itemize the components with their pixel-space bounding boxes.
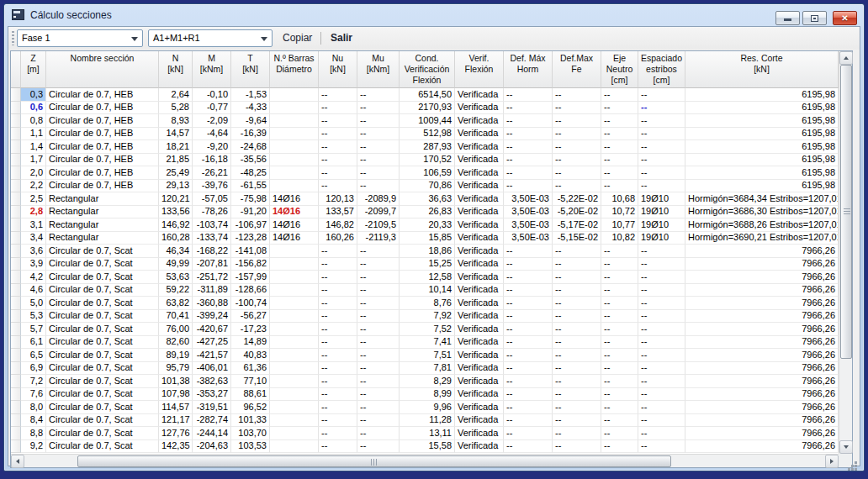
- cell-esp[interactable]: 19Ø10: [638, 192, 685, 206]
- cell-nombre[interactable]: Circular de 0.7, Scat: [46, 284, 159, 297]
- cell-z[interactable]: 5,7: [21, 323, 46, 336]
- cell-m[interactable]: -0,77: [193, 102, 231, 115]
- cell-t[interactable]: 61,36: [231, 362, 270, 376]
- cell-defHorm[interactable]: --: [504, 114, 553, 128]
- cell-nombre[interactable]: Circular de 0.7, HEB: [46, 180, 159, 193]
- cell-res[interactable]: 6195,98: [685, 88, 839, 102]
- cell-esp[interactable]: --: [638, 323, 685, 336]
- cell-defHorm[interactable]: --: [504, 349, 553, 362]
- cell-t[interactable]: 88,61: [231, 388, 270, 402]
- cell-defFe[interactable]: --: [553, 336, 601, 350]
- cell-cond[interactable]: 6514,50: [400, 88, 455, 102]
- cell-defHorm[interactable]: --: [504, 375, 553, 388]
- cell-defFe[interactable]: --: [553, 375, 601, 388]
- cell-verif[interactable]: Verificada: [455, 349, 504, 362]
- cell-n[interactable]: 49,99: [159, 258, 193, 271]
- cell-esp[interactable]: --: [638, 401, 685, 414]
- cell-defFe[interactable]: --: [553, 427, 601, 440]
- cell-m[interactable]: -207,81: [193, 258, 231, 271]
- cell-m[interactable]: -421,57: [193, 349, 231, 362]
- cell-res[interactable]: 7966,26: [685, 375, 839, 388]
- row-selector[interactable]: [11, 192, 21, 206]
- cell-mu[interactable]: --: [357, 140, 400, 154]
- cell-mu[interactable]: -2089,9: [357, 192, 400, 206]
- cell-res[interactable]: 7966,26: [685, 271, 839, 284]
- cell-defFe[interactable]: --: [553, 166, 601, 180]
- cell-n[interactable]: 53,63: [159, 271, 193, 284]
- cell-n[interactable]: 120,21: [159, 192, 193, 206]
- cell-m[interactable]: -16,18: [193, 154, 231, 167]
- cell-esp[interactable]: --: [638, 114, 685, 128]
- scroll-down-button[interactable]: [839, 440, 853, 454]
- cell-nombre[interactable]: Circular de 0.7, HEB: [46, 140, 159, 154]
- cell-n[interactable]: 29,13: [159, 180, 193, 193]
- cell-n[interactable]: 25,49: [159, 166, 193, 180]
- cell-m[interactable]: -204,63: [193, 440, 231, 454]
- cell-z[interactable]: 6,1: [21, 336, 46, 350]
- cell-barras[interactable]: [270, 349, 319, 362]
- cell-z[interactable]: 2,2: [21, 180, 46, 193]
- cell-verif[interactable]: Verificada: [455, 166, 504, 180]
- cell-z[interactable]: 8,0: [21, 401, 46, 414]
- cell-nu[interactable]: 120,13: [319, 192, 357, 206]
- cell-defHorm[interactable]: --: [504, 323, 553, 336]
- cell-mu[interactable]: --: [357, 414, 400, 428]
- cell-esp[interactable]: --: [638, 349, 685, 362]
- cell-cond[interactable]: 170,52: [400, 154, 455, 167]
- cell-res[interactable]: 6195,98: [685, 102, 839, 115]
- cell-m[interactable]: -399,24: [193, 310, 231, 324]
- cell-mu[interactable]: --: [357, 271, 400, 284]
- cell-verif[interactable]: Verificada: [455, 245, 504, 258]
- maximize-button[interactable]: [802, 11, 827, 25]
- cell-esp[interactable]: --: [638, 427, 685, 440]
- cell-verif[interactable]: Verificada: [455, 388, 504, 402]
- cell-z[interactable]: 0,6: [21, 102, 46, 115]
- cell-t[interactable]: -17,23: [231, 323, 270, 336]
- cell-verif[interactable]: Verificada: [455, 362, 504, 376]
- cell-verif[interactable]: Verificada: [455, 401, 504, 414]
- column-header-z[interactable]: Z[m]: [21, 51, 46, 88]
- cell-t[interactable]: -128,66: [231, 284, 270, 297]
- cell-defHorm[interactable]: --: [504, 258, 553, 271]
- cell-defHorm[interactable]: 3,50E-03: [504, 218, 553, 232]
- cell-eje[interactable]: --: [601, 102, 638, 115]
- cell-nu[interactable]: --: [319, 154, 357, 167]
- cell-nombre[interactable]: Circular de 0.7, HEB: [46, 166, 159, 180]
- cell-defFe[interactable]: --: [553, 297, 601, 310]
- cell-nombre[interactable]: Circular de 0.7, HEB: [46, 102, 159, 115]
- cell-verif[interactable]: Verificada: [455, 218, 504, 232]
- cell-eje[interactable]: --: [601, 414, 638, 428]
- cell-verif[interactable]: Verificada: [455, 140, 504, 154]
- row-selector[interactable]: [11, 323, 21, 336]
- cell-n[interactable]: 76,00: [159, 323, 193, 336]
- cell-mu[interactable]: --: [357, 362, 400, 376]
- cell-res[interactable]: 7966,26: [685, 349, 839, 362]
- row-selector[interactable]: [11, 258, 21, 271]
- cell-cond[interactable]: 8,99: [400, 388, 455, 402]
- cell-cond[interactable]: 512,98: [400, 128, 455, 141]
- row-selector[interactable]: [11, 297, 21, 310]
- cell-defHorm[interactable]: --: [504, 140, 553, 154]
- cell-cond[interactable]: 7,81: [400, 362, 455, 376]
- cell-nu[interactable]: --: [319, 349, 357, 362]
- cell-m[interactable]: -282,74: [193, 414, 231, 428]
- cell-t[interactable]: 40,83: [231, 349, 270, 362]
- cell-res[interactable]: Hormigón=3690,21 Estribos=1207,01: [685, 232, 839, 245]
- cell-n[interactable]: 121,17: [159, 414, 193, 428]
- cell-n[interactable]: 5,28: [159, 102, 193, 115]
- cell-defFe[interactable]: --: [553, 88, 601, 102]
- cell-defFe[interactable]: -5,15E-02: [553, 232, 601, 245]
- cell-nu[interactable]: --: [319, 297, 357, 310]
- cell-eje[interactable]: --: [601, 258, 638, 271]
- cell-nombre[interactable]: Circular de 0.7, Scat: [46, 310, 159, 324]
- cell-nombre[interactable]: Rectangular: [46, 206, 159, 219]
- cell-verif[interactable]: Verificada: [455, 102, 504, 115]
- cell-defFe[interactable]: -5,20E-02: [553, 206, 601, 219]
- cell-t[interactable]: -9,64: [231, 114, 270, 128]
- cell-m[interactable]: -26,21: [193, 166, 231, 180]
- cell-m[interactable]: -420,67: [193, 323, 231, 336]
- cell-esp[interactable]: 19Ø10: [638, 232, 685, 245]
- cell-mu[interactable]: --: [357, 128, 400, 141]
- cell-defFe[interactable]: -5,22E-02: [553, 192, 601, 206]
- cell-barras[interactable]: [270, 414, 319, 428]
